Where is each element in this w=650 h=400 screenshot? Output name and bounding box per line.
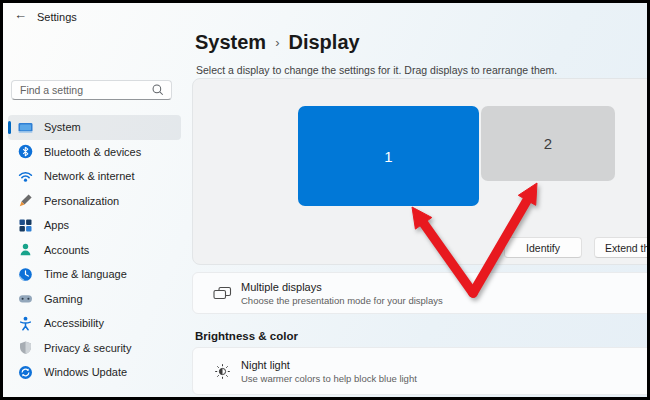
page-description: Select a display to change the settings … — [196, 64, 557, 76]
sidebar-item-label: System — [44, 121, 81, 133]
back-arrow-icon: ← — [14, 7, 27, 22]
sidebar-item-bluetooth[interactable]: Bluetooth & devices — [8, 140, 181, 165]
apps-grid-icon — [18, 218, 33, 233]
sidebar-item-apps[interactable]: Apps — [8, 213, 181, 238]
sidebar-item-label: Accounts — [44, 244, 89, 256]
sidebar-item-label: Bluetooth & devices — [44, 146, 141, 158]
sidebar-nav: System Bluetooth & devices Network & int… — [3, 115, 186, 385]
clock-globe-icon — [18, 267, 33, 282]
breadcrumb-separator-icon: › — [275, 35, 279, 50]
sidebar-item-windows-update[interactable]: Windows Update — [8, 360, 181, 385]
accessibility-person-icon — [18, 316, 33, 331]
identify-button[interactable]: Identify — [504, 237, 582, 258]
sidebar-item-accounts[interactable]: Accounts — [8, 238, 181, 263]
person-icon — [18, 242, 33, 257]
window-title: Settings — [37, 11, 77, 23]
system-icon — [18, 120, 33, 135]
sidebar-item-accessibility[interactable]: Accessibility — [8, 311, 181, 336]
multiple-displays-row[interactable]: Multiple displays Choose the presentatio… — [192, 272, 647, 314]
sidebar-item-personalization[interactable]: Personalization — [8, 189, 181, 214]
sidebar-item-label: Network & internet — [44, 170, 134, 182]
sidebar-item-label: Gaming — [44, 293, 83, 305]
search-box[interactable] — [11, 80, 172, 100]
selected-indicator — [8, 121, 11, 135]
screenshot-frame: ← Settings System Bluetooth & devices Ne… — [0, 0, 650, 400]
row-title: Night light — [241, 359, 417, 371]
display-arrangement-card: 1 2 Identify Extend these — [192, 78, 647, 265]
breadcrumb-parent[interactable]: System — [195, 31, 266, 53]
search-icon — [151, 83, 165, 101]
sidebar-item-privacy-security[interactable]: Privacy & security — [8, 336, 181, 361]
controller-icon — [18, 291, 33, 306]
sidebar-item-label: Personalization — [44, 195, 119, 207]
sidebar-item-label: Windows Update — [44, 366, 127, 378]
monitor-2-label: 2 — [544, 135, 552, 152]
identify-button-label: Identify — [526, 242, 560, 254]
row-subtitle: Choose the presentation mode for your di… — [241, 295, 443, 306]
night-light-icon — [212, 363, 232, 380]
row-title: Multiple displays — [241, 281, 443, 293]
row-subtitle: Use warmer colors to help block blue lig… — [241, 373, 417, 384]
update-arrows-icon — [18, 365, 33, 380]
page-title: Display — [289, 31, 360, 53]
sidebar-item-time-language[interactable]: Time & language — [8, 262, 181, 287]
sidebar-item-gaming[interactable]: Gaming — [8, 287, 181, 312]
monitor-1[interactable]: 1 — [298, 106, 479, 206]
extend-displays-button[interactable]: Extend these — [594, 237, 647, 258]
sidebar-item-label: Accessibility — [44, 317, 104, 329]
wifi-icon — [18, 169, 33, 184]
section-header: Brightness & color — [195, 330, 298, 342]
shield-icon — [18, 340, 33, 355]
sidebar-item-network[interactable]: Network & internet — [8, 164, 181, 189]
sidebar-item-label: Apps — [44, 219, 69, 231]
search-input[interactable] — [20, 81, 150, 99]
sidebar-item-system[interactable]: System — [8, 115, 181, 140]
brush-icon — [18, 193, 33, 208]
monitor-1-label: 1 — [384, 148, 392, 165]
sidebar-item-label: Privacy & security — [44, 342, 131, 354]
extend-button-label: Extend these — [605, 242, 647, 254]
monitor-2[interactable]: 2 — [481, 106, 615, 181]
multiple-displays-icon — [212, 286, 232, 301]
bluetooth-icon — [18, 144, 33, 159]
settings-window: ← Settings System Bluetooth & devices Ne… — [3, 3, 647, 397]
back-button[interactable]: ← — [14, 7, 27, 22]
breadcrumb: System›Display — [195, 31, 360, 54]
sidebar-item-label: Time & language — [44, 268, 127, 280]
night-light-row[interactable]: Night light Use warmer colors to help bl… — [192, 347, 647, 395]
